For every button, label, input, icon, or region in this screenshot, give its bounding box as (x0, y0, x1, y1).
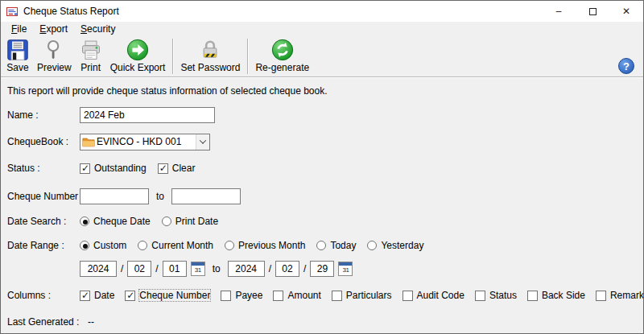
date-search-options: Cheque DatePrint Date (80, 216, 229, 227)
checkbox-payee[interactable]: Payee (221, 290, 262, 301)
checkbox-box[interactable] (125, 291, 135, 301)
toolbar-button-label: Save (6, 62, 28, 73)
window-title: Cheque Status Report (23, 6, 542, 17)
radio-custom[interactable]: Custom (80, 240, 126, 251)
radio-dot[interactable] (80, 216, 89, 226)
folder-icon (80, 137, 97, 147)
floppy-disk-icon (6, 38, 29, 62)
chevron-down-icon[interactable] (196, 134, 209, 150)
radio-dot[interactable] (316, 241, 326, 250)
status-options: OutstandingClear (80, 163, 206, 174)
menu-security[interactable]: Security (75, 23, 121, 35)
checkbox-audit-code[interactable]: Audit Code (402, 290, 464, 301)
checkbox-back-side[interactable]: Back Side (527, 290, 585, 301)
last-generated-label: Last Generated : (7, 316, 80, 328)
checkbox-outstanding[interactable]: Outstanding (80, 163, 147, 174)
checkbox-box[interactable] (80, 291, 90, 301)
last-generated-row: Last Generated : -- (7, 313, 643, 331)
date-from-separator-1: / (121, 263, 123, 274)
close-button[interactable]: ✕ (609, 1, 643, 22)
toolbar-save-button[interactable]: Save (2, 37, 33, 76)
minimize-icon: – (556, 6, 562, 17)
checkbox-box[interactable] (158, 163, 168, 174)
help-button[interactable]: ? (618, 58, 634, 74)
checkbox-label: Payee (235, 290, 262, 301)
toolbar-re-generate-button[interactable]: Re-generate (251, 37, 313, 76)
toolbar-button-label: Set Password (180, 62, 240, 73)
toolbar-button-label: Preview (37, 62, 72, 73)
title-bar[interactable]: Cheque Status Report – ✕ (1, 1, 643, 22)
date-to-separator-2: / (303, 263, 306, 274)
toolbar-quick-export-button[interactable]: Quick Export (106, 37, 170, 76)
checkbox-box[interactable] (221, 291, 231, 301)
checkbox-remark[interactable]: Remark (596, 290, 644, 301)
padlock-icon (199, 38, 221, 62)
toolbar: SavePreviewPrintQuick ExportSet Password… (1, 36, 643, 77)
cheque-number-from-input[interactable] (80, 188, 149, 204)
radio-label: Previous Month (238, 240, 305, 251)
radio-dot[interactable] (138, 241, 147, 250)
chequebook-row: ChequeBook : EVINCO - HKD 001 (7, 133, 643, 151)
date-to-day-input[interactable] (310, 261, 334, 277)
checkbox-box[interactable] (475, 291, 485, 301)
date-to-year-input[interactable] (228, 261, 265, 277)
checkbox-box[interactable] (332, 291, 342, 301)
help-icon: ? (623, 60, 630, 72)
date-search-label: Date Search : (7, 216, 80, 227)
checkbox-box[interactable] (596, 291, 606, 301)
status-label: Status : (7, 163, 80, 174)
toolbar-button-label: Print (80, 62, 101, 73)
date-from-day-input[interactable] (163, 261, 187, 277)
radio-dot[interactable] (162, 216, 171, 226)
maximize-button[interactable] (576, 1, 609, 22)
checkbox-status[interactable]: Status (475, 290, 517, 301)
radio-previous-month[interactable]: Previous Month (225, 240, 305, 251)
date-search-row: Date Search : Cheque DatePrint Date (7, 212, 643, 230)
checkbox-box[interactable] (80, 163, 90, 174)
date-from-month-input[interactable] (127, 261, 151, 277)
chequebook-select[interactable]: EVINCO - HKD 001 (80, 134, 210, 151)
checkbox-box[interactable] (402, 291, 413, 301)
radio-dot[interactable] (367, 241, 377, 250)
toolbar-print-button[interactable]: Print (76, 37, 106, 76)
checkbox-label: Status (489, 290, 517, 301)
date-range-options: CustomCurrent MonthPrevious MonthTodayYe… (80, 240, 435, 251)
cheque-status-report-window: Cheque Status Report – ✕ FileExportSecur… (0, 0, 644, 334)
cheque-number-row: Cheque Number : to (7, 188, 643, 205)
toolbar-button-label: Quick Export (110, 62, 166, 73)
toolbar-preview-button[interactable]: Preview (33, 37, 76, 76)
report-form: This report will provide cheque status i… (1, 77, 643, 331)
checkbox-particulars[interactable]: Particulars (332, 290, 392, 301)
date-to-month-input[interactable] (275, 261, 299, 277)
date-range-label: Date Range : (7, 240, 80, 251)
date-from-year-input[interactable] (80, 261, 117, 277)
menu-export[interactable]: Export (34, 23, 73, 35)
checkbox-cheque-number[interactable]: Cheque Number (125, 290, 210, 301)
toolbar-button-label: Re-generate (255, 62, 309, 73)
cheque-number-to-input[interactable] (171, 188, 241, 204)
name-label: Name : (7, 109, 80, 121)
radio-dot[interactable] (225, 241, 234, 250)
refresh-icon (270, 38, 295, 62)
name-input[interactable] (80, 107, 215, 123)
radio-yesterday[interactable]: Yesterday (367, 240, 423, 251)
date-from-calendar-button[interactable]: 31 (191, 262, 205, 276)
checkbox-label: Outstanding (94, 163, 147, 174)
checkbox-label: Back Side (542, 290, 585, 301)
checkbox-clear[interactable]: Clear (158, 163, 196, 174)
cheque-number-label: Cheque Number : (7, 191, 80, 202)
checkbox-amount[interactable]: Amount (273, 290, 320, 301)
radio-current-month[interactable]: Current Month (138, 240, 213, 251)
radio-today[interactable]: Today (316, 240, 356, 251)
radio-print-date[interactable]: Print Date (162, 216, 218, 227)
date-to-calendar-button[interactable]: 31 (338, 262, 353, 276)
checkbox-box[interactable] (527, 291, 538, 301)
radio-cheque-date[interactable]: Cheque Date (80, 216, 151, 227)
checkbox-date[interactable]: Date (80, 290, 114, 301)
checkbox-box[interactable] (273, 291, 283, 301)
checkbox-label: Remark (610, 290, 644, 301)
radio-dot[interactable] (80, 241, 89, 250)
menu-file[interactable]: File (6, 23, 32, 35)
minimize-button[interactable]: – (542, 1, 576, 22)
toolbar-set-password-button[interactable]: Set Password (176, 37, 244, 76)
